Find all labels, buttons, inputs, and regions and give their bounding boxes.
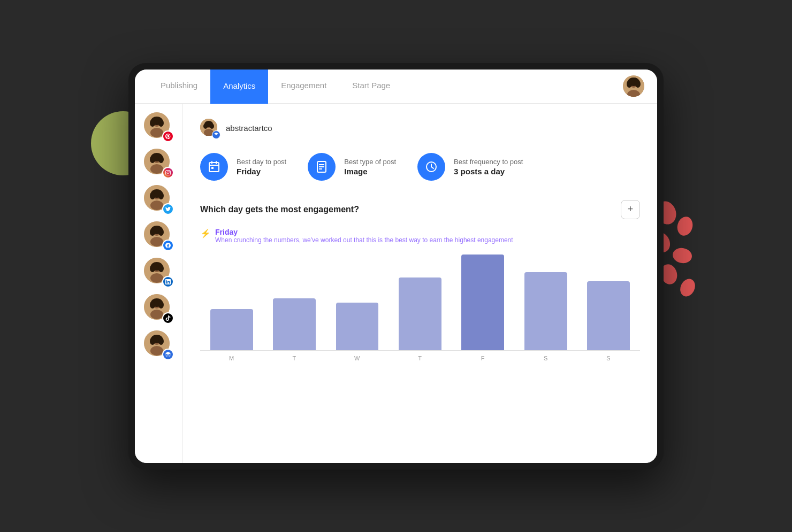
sidebar-item-twitter[interactable]: [144, 185, 174, 215]
stat-label-best-type: Best type of post: [344, 158, 396, 166]
account-name: abstractartco: [226, 124, 272, 133]
svg-point-24: [158, 156, 164, 163]
svg-point-47: [150, 301, 155, 309]
insight-highlight: Friday: [215, 228, 513, 236]
tablet-frame: Publishing Analytics Engagement Start Pa…: [128, 63, 664, 469]
svg-point-1: [675, 214, 695, 237]
svg-point-54: [158, 337, 164, 345]
bar-label-m: M: [200, 355, 263, 361]
sidebar-item-tiktok[interactable]: [144, 294, 174, 324]
user-avatar[interactable]: [623, 70, 644, 103]
account-badge-small: [212, 130, 220, 139]
bar-label-w: W: [326, 355, 389, 361]
stat-card-best-frequency: Best frequency to post 3 posts a day: [417, 153, 523, 181]
svg-rect-61: [209, 163, 219, 172]
svg-point-27: [150, 201, 163, 210]
bar-group-w: [326, 255, 389, 350]
bar-f: [461, 255, 504, 350]
svg-point-53: [150, 337, 155, 345]
bar-t: [399, 277, 441, 350]
content-area: abstractartco: [183, 104, 657, 463]
stat-label-best-frequency: Best frequency to post: [454, 158, 523, 166]
badge-twitter: [162, 203, 174, 215]
stat-card-best-type: Best type of post Image: [308, 153, 396, 181]
bar-w: [336, 303, 379, 350]
bar-group-t: [389, 255, 451, 350]
svg-point-17: [150, 119, 155, 127]
stat-value-best-frequency: 3 posts a day: [454, 167, 523, 176]
bar-group-m: [200, 255, 263, 350]
bar-s: [524, 272, 567, 350]
document-icon: [308, 153, 336, 181]
svg-point-60: [210, 124, 214, 129]
chart-title: Which day gets the most engagement?: [200, 205, 359, 214]
chart-add-button[interactable]: +: [621, 200, 640, 219]
badge-linkedin: [162, 276, 174, 288]
chart-insight: ⚡ Friday When crunching the numbers, we'…: [200, 228, 640, 244]
calendar-icon: [200, 153, 228, 181]
bar-s: [587, 281, 630, 350]
svg-point-48: [158, 301, 164, 309]
svg-point-33: [150, 237, 163, 246]
tablet-screen: Publishing Analytics Engagement Start Pa…: [135, 70, 657, 463]
svg-point-35: [150, 228, 155, 236]
stats-row: Best day to post Friday: [200, 153, 640, 181]
stat-card-best-day: Best day to post Friday: [200, 153, 286, 181]
svg-point-39: [150, 273, 163, 283]
svg-point-42: [158, 265, 164, 272]
svg-point-18: [158, 119, 164, 127]
insight-text: Friday When crunching the numbers, we've…: [215, 228, 513, 244]
bar-labels: MTWTFSS: [200, 355, 640, 361]
bar-label-f: F: [452, 355, 514, 361]
badge-facebook: [162, 240, 174, 251]
stat-value-best-type: Image: [344, 167, 396, 176]
user-avatar-image: [623, 75, 644, 97]
badge-buffer: [162, 349, 174, 360]
bar-label-t: T: [389, 355, 451, 361]
sidebar-item-facebook[interactable]: [144, 221, 174, 251]
svg-point-29: [150, 192, 155, 199]
svg-point-51: [150, 346, 163, 356]
sidebar: [135, 104, 183, 463]
bar-group-s: [514, 255, 577, 350]
account-avatar-wrap: [200, 119, 219, 138]
svg-point-36: [158, 228, 164, 236]
sidebar-item-linkedin[interactable]: [144, 258, 174, 288]
insight-description: When crunching the numbers, we've worked…: [215, 236, 513, 244]
svg-point-41: [150, 265, 155, 272]
tab-engagement[interactable]: Engagement: [268, 70, 339, 103]
bar-label-s: S: [577, 355, 640, 361]
stat-value-best-day: Friday: [237, 167, 286, 176]
nav-spacer: [403, 70, 623, 103]
svg-point-5: [677, 276, 698, 299]
chart-header: Which day gets the most engagement? +: [200, 200, 640, 219]
top-nav: Publishing Analytics Engagement Start Pa…: [135, 70, 657, 104]
sidebar-item-buffer[interactable]: [144, 330, 174, 360]
bar-t: [273, 298, 316, 350]
svg-point-12: [629, 78, 638, 84]
svg-point-45: [150, 310, 163, 319]
bar-chart-wrap: MTWTFSS: [200, 255, 640, 376]
clock-icon: [417, 153, 445, 181]
svg-line-72: [431, 167, 433, 168]
sidebar-item-instagram[interactable]: [144, 149, 174, 179]
svg-rect-65: [211, 167, 214, 169]
svg-point-3: [672, 246, 693, 265]
sidebar-item-pinterest[interactable]: [144, 112, 174, 142]
bar-chart: [200, 255, 640, 351]
badge-tiktok: [162, 312, 174, 324]
bar-group-f: [452, 255, 514, 350]
stat-text-best-day: Best day to post Friday: [237, 158, 286, 176]
stat-text-best-type: Best type of post Image: [344, 158, 396, 176]
bar-label-s: S: [514, 355, 577, 361]
tab-start-page[interactable]: Start Page: [339, 70, 403, 103]
tab-publishing[interactable]: Publishing: [148, 70, 210, 103]
bar-group-s: [577, 255, 640, 350]
svg-point-23: [150, 156, 155, 163]
tab-analytics[interactable]: Analytics: [210, 70, 268, 104]
bar-m: [210, 309, 253, 350]
svg-point-21: [150, 164, 163, 174]
stat-label-best-day: Best day to post: [237, 158, 286, 166]
chart-section: Which day gets the most engagement? + ⚡ …: [200, 200, 640, 376]
bar-label-t: T: [263, 355, 325, 361]
